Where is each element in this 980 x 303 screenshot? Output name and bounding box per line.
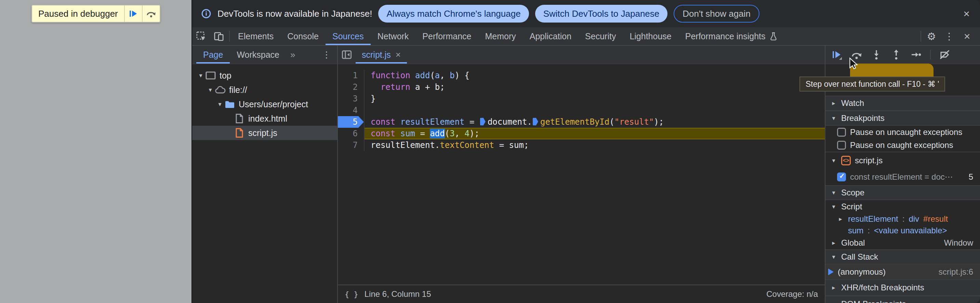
- scope-script-group[interactable]: ▾ Script: [826, 200, 980, 213]
- editor-tab-script-js[interactable]: script.js ×: [356, 46, 407, 63]
- section-breakpoints[interactable]: ▾ Breakpoints: [826, 111, 980, 126]
- call-stack-frame[interactable]: (anonymous) script.js:6: [826, 264, 980, 279]
- code-line-4[interactable]: 4: [338, 105, 825, 116]
- tree-item-index-html[interactable]: index.html: [192, 111, 337, 126]
- code-line-7[interactable]: 7resultElement.textContent = sum;: [338, 140, 825, 151]
- tree-item-users-user-project[interactable]: ▾Users/user/project: [192, 97, 337, 111]
- line-number[interactable]: 4: [338, 105, 364, 116]
- tab-sources[interactable]: Sources: [326, 27, 371, 45]
- code-line-5[interactable]: 5const resultElement = document.getEleme…: [338, 116, 825, 128]
- tab-memory[interactable]: Memory: [478, 27, 522, 45]
- section-label: Call Stack: [841, 252, 878, 262]
- tab-workspace[interactable]: Workspace: [230, 46, 286, 63]
- tab-performance-insights[interactable]: Performance insights: [678, 27, 785, 45]
- tab-elements[interactable]: Elements: [231, 27, 280, 45]
- line-number[interactable]: 2: [338, 81, 364, 93]
- code-line-2[interactable]: 2 return a + b;: [338, 81, 825, 93]
- more-options-icon[interactable]: ⋮: [940, 27, 958, 45]
- line-number[interactable]: 3: [338, 93, 364, 105]
- step-over-banner-button[interactable]: [142, 5, 160, 22]
- inline-breakpoint-candidate-icon[interactable]: [480, 118, 485, 125]
- deactivate-breakpoints-icon[interactable]: [939, 49, 951, 60]
- breakpoint-line-number: 5: [969, 172, 980, 182]
- code-token: resultElement.: [371, 140, 440, 150]
- tab-page[interactable]: Page: [196, 46, 230, 63]
- step-out-icon[interactable]: [891, 49, 902, 60]
- settings-gear-icon[interactable]: ⚙: [923, 27, 940, 45]
- tab-label: Console: [287, 32, 319, 41]
- tree-item-top[interactable]: ▾top: [192, 68, 337, 82]
- section-watch[interactable]: ▸ Watch: [826, 96, 980, 111]
- pretty-print-icon[interactable]: { }: [345, 290, 358, 298]
- tree-item-script-js[interactable]: script.js: [192, 126, 337, 140]
- line-number[interactable]: 7: [338, 140, 364, 151]
- scope-global-group[interactable]: ▸ Global Window: [826, 236, 980, 249]
- frame-name: (anonymous): [838, 267, 886, 277]
- close-devtools-icon[interactable]: ×: [958, 27, 976, 45]
- navigator-menu-icon[interactable]: ⋮: [316, 46, 337, 63]
- line-number[interactable]: 1: [338, 70, 364, 81]
- breakpoint-entry[interactable]: const resultElement = doc⋯ 5: [826, 169, 980, 185]
- infobar-close-icon[interactable]: ×: [963, 8, 970, 19]
- tab-console[interactable]: Console: [280, 27, 326, 45]
- checkbox-uncaught[interactable]: [837, 128, 846, 136]
- code-token: 4: [465, 129, 469, 138]
- editor-pane: script.js × 1function add(a, b) {2 retur…: [338, 46, 825, 303]
- chevron-right-icon: ▸: [830, 284, 837, 291]
- code-token: return: [380, 82, 410, 92]
- code-line-6[interactable]: 6const sum = add(3, 4);: [338, 128, 825, 140]
- tree-item-label: top: [220, 71, 231, 81]
- close-tab-icon[interactable]: ×: [396, 49, 401, 60]
- code-token: const: [371, 117, 395, 127]
- breakpoint-file-group[interactable]: ▾ <> script.js: [826, 152, 980, 169]
- chevron-down-icon[interactable]: ▾: [196, 72, 205, 79]
- active-frame-icon: [828, 268, 834, 275]
- step-into-icon[interactable]: [870, 49, 882, 60]
- file-tree: ▾top▾file://▾Users/user/projectindex.htm…: [192, 64, 337, 140]
- tab-security[interactable]: Security: [578, 27, 623, 45]
- tab-label: Performance insights: [685, 32, 765, 41]
- toolbar-divider: [229, 31, 230, 42]
- section-dom-breakpoints[interactable]: ▸ DOM Breakpoints: [826, 296, 980, 303]
- section-label: Scope: [841, 188, 864, 197]
- hide-navigator-icon[interactable]: [338, 46, 356, 63]
- device-toolbar-icon[interactable]: [210, 27, 228, 45]
- tree-item-file-[interactable]: ▾file://: [192, 82, 337, 97]
- section-call-stack[interactable]: ▾ Call Stack: [826, 249, 980, 264]
- code-token: [410, 71, 415, 80]
- code-line-3[interactable]: 3}: [338, 93, 825, 105]
- tab-network[interactable]: Network: [371, 27, 416, 45]
- scope-var-sum[interactable]: sum: <value unavailable>: [826, 225, 980, 236]
- line-number[interactable]: 6: [338, 128, 364, 140]
- code-line-content: [364, 105, 825, 116]
- always-match-language-button[interactable]: Always match Chrome's language: [378, 5, 529, 22]
- dont-show-again-button[interactable]: Don't show again: [674, 5, 759, 22]
- step-icon[interactable]: [910, 49, 922, 60]
- inline-breakpoint-candidate-icon[interactable]: [533, 118, 538, 125]
- resume-script-icon[interactable]: [831, 49, 843, 60]
- scope-var-resultelement[interactable]: ▸ resultElement: div#result: [826, 213, 980, 225]
- toolbar-divider: [921, 31, 921, 42]
- breakpoint-checkbox[interactable]: [837, 173, 846, 181]
- tab-application[interactable]: Application: [523, 27, 578, 45]
- checkbox-caught[interactable]: [837, 141, 846, 150]
- tab-lighthouse[interactable]: Lighthouse: [623, 27, 678, 45]
- code-editor[interactable]: 1function add(a, b) {2 return a + b;3}45…: [338, 64, 825, 284]
- tab-performance[interactable]: Performance: [415, 27, 478, 45]
- more-tabs-icon[interactable]: »: [286, 46, 299, 63]
- section-xhr-breakpoints[interactable]: ▸ XHR/fetch Breakpoints: [826, 279, 980, 296]
- chevron-down-icon[interactable]: ▾: [215, 100, 224, 108]
- inspect-element-icon[interactable]: [192, 27, 210, 45]
- section-scope[interactable]: ▾ Scope: [826, 185, 980, 200]
- info-icon: [201, 8, 211, 19]
- chevron-down-icon[interactable]: ▾: [206, 86, 215, 94]
- chevron-right-icon: ▸: [830, 99, 837, 107]
- resume-script-button[interactable]: [124, 5, 142, 22]
- breakpoint-marker[interactable]: 5: [338, 116, 364, 128]
- code-token: a + b;: [410, 82, 445, 92]
- code-token: "result": [614, 117, 654, 127]
- navigator-pane: Page Workspace » ⋮ ▾top▾file://▾Users/us…: [192, 46, 338, 303]
- switch-to-japanese-button[interactable]: Switch DevTools to Japanese: [535, 5, 668, 22]
- code-line-1[interactable]: 1function add(a, b) {: [338, 70, 825, 81]
- sources-panel: Page Workspace » ⋮ ▾top▾file://▾Users/us…: [192, 46, 980, 303]
